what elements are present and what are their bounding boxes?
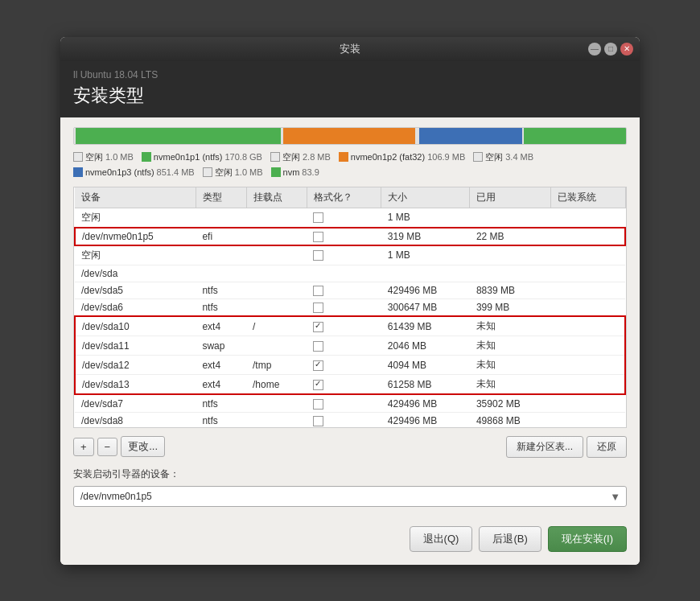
table-row[interactable]: /dev/sda7ntfs429496 MB35902 MB	[75, 394, 625, 412]
cell-installed	[551, 228, 626, 245]
legend-free2: 空闲 2.8 MB	[270, 151, 331, 163]
table-row[interactable]: /dev/sda6ntfs300647 MB399 MB	[75, 299, 625, 317]
cell-type: ntfs	[196, 412, 246, 427]
table-row[interactable]: /dev/sda5ntfs429496 MB8839 MB	[75, 282, 625, 298]
cell-format[interactable]	[307, 299, 381, 317]
cell-format[interactable]	[307, 316, 381, 336]
legend-label-free2: 空闲	[282, 151, 300, 163]
header-title: 安装类型	[73, 84, 627, 108]
cell-format[interactable]	[307, 228, 381, 245]
cell-format[interactable]	[307, 394, 381, 412]
legend-nvmr: nvm 83.9	[271, 167, 319, 179]
maximize-button[interactable]: □	[604, 43, 617, 56]
table-row[interactable]: /dev/sda13ext4/home61258 MB未知	[75, 375, 625, 395]
cell-installed	[551, 412, 626, 427]
cell-format[interactable]	[307, 356, 381, 375]
table-row[interactable]: /dev/sda11swap2046 MB未知	[75, 336, 625, 356]
bootloader-select[interactable]: /dev/nvme0n1p5 /dev/sda /dev/nvme0n1	[73, 486, 627, 507]
partition-bar	[73, 127, 627, 145]
cell-size: 2046 MB	[381, 336, 470, 356]
cell-installed	[551, 316, 626, 336]
cell-device: /dev/sda10	[75, 316, 196, 336]
format-checkbox[interactable]	[313, 250, 323, 261]
cell-type: ntfs	[196, 299, 246, 317]
cell-installed	[551, 394, 626, 412]
cell-type: ntfs	[196, 282, 246, 298]
legend-sub-nvme0n1p3: 851.4 MB	[157, 167, 195, 177]
table-row[interactable]: /dev/sda8ntfs429496 MB49868 MB	[75, 412, 625, 427]
pb-nvme0n1p2	[283, 128, 415, 144]
format-checkbox[interactable]	[313, 416, 323, 426]
format-checkbox[interactable]	[313, 322, 323, 332]
cell-format[interactable]	[307, 245, 381, 266]
quit-button[interactable]: 退出(Q)	[410, 526, 473, 552]
cell-mount: /home	[246, 375, 307, 395]
cell-size: 319 MB	[381, 228, 470, 245]
format-checkbox[interactable]	[313, 303, 323, 313]
cell-format[interactable]	[307, 265, 381, 282]
cell-mount	[246, 412, 307, 427]
back-button[interactable]: 后退(B)	[479, 526, 541, 552]
legend-color-nvme0n1p2	[339, 152, 348, 162]
legend-label-free3: 空闲	[485, 151, 503, 163]
col-installed: 已装系统	[551, 187, 626, 208]
install-button[interactable]: 现在安装(I)	[548, 526, 627, 552]
table-row[interactable]: /dev/nvme0n1p5efi319 MB22 MB	[75, 228, 625, 245]
cell-installed	[551, 336, 626, 356]
table-row[interactable]: 空闲1 MB	[75, 245, 625, 266]
cell-device: /dev/sda13	[75, 375, 196, 395]
legend-sub-free4: 1.0 MB	[235, 167, 263, 177]
table-row[interactable]: /dev/sda	[75, 265, 625, 282]
cell-type	[196, 245, 246, 266]
close-button[interactable]: ✕	[620, 43, 633, 56]
legend-label-nvme0n1p1: nvme0n1p1 (ntfs)	[154, 152, 223, 162]
cell-installed	[551, 208, 626, 228]
cell-format[interactable]	[307, 375, 381, 395]
main-content: 空闲 1.0 MB nvme0n1p1 (ntfs) 170.8 GB 空闲 2…	[60, 117, 640, 565]
format-checkbox[interactable]	[313, 341, 323, 352]
cell-used	[470, 208, 551, 228]
format-checkbox[interactable]	[313, 360, 323, 371]
legend-color-nvme0n1p3	[73, 167, 83, 177]
cell-size: 61439 MB	[381, 316, 470, 336]
cell-size: 1 MB	[381, 208, 470, 228]
table-row[interactable]: /dev/sda12ext4/tmp4094 MB未知	[75, 356, 625, 375]
window-title: 安装	[340, 42, 360, 56]
restore-button[interactable]: 还原	[587, 436, 627, 458]
legend-label-free1: 空闲	[85, 151, 103, 163]
format-checkbox[interactable]	[313, 286, 323, 296]
legend-color-nvme0n1p1	[142, 152, 151, 162]
col-used: 已用	[470, 187, 551, 208]
format-checkbox[interactable]	[313, 232, 323, 242]
cell-type: efi	[196, 228, 246, 245]
new-partition-table-button[interactable]: 新建分区表...	[506, 436, 583, 458]
legend-sub-free2: 2.8 MB	[303, 152, 331, 162]
legend-label-nvmr: nvm	[283, 167, 300, 177]
format-checkbox[interactable]	[313, 212, 323, 223]
minimize-button[interactable]: —	[588, 43, 601, 56]
legend-label-nvme0n1p3: nvme0n1p3 (ntfs)	[85, 167, 154, 177]
add-partition-button[interactable]: +	[73, 438, 94, 456]
table-row[interactable]: 空闲1 MB	[75, 208, 625, 228]
table-row[interactable]: /dev/sda10ext4/61439 MB未知	[75, 316, 625, 336]
partition-table-container[interactable]: 设备 类型 挂载点 格式化？ 大小 已用 已装系统 空闲1 MB/dev/nvm…	[73, 187, 627, 428]
cell-type: ext4	[196, 316, 246, 336]
remove-partition-button[interactable]: −	[97, 438, 118, 456]
cell-type: ext4	[196, 375, 246, 395]
cell-installed	[551, 282, 626, 298]
cell-installed	[551, 356, 626, 375]
cell-size: 4094 MB	[381, 356, 470, 375]
main-window: 安装 — □ ✕ ll Ubuntu 18.04 LTS 安装类型 空闲	[60, 37, 640, 565]
cell-used: 未知	[470, 316, 551, 336]
edit-partition-button[interactable]: 更改...	[121, 436, 165, 457]
legend-color-free3	[473, 152, 483, 162]
cell-format[interactable]	[307, 208, 381, 228]
format-checkbox[interactable]	[313, 399, 323, 410]
format-checkbox[interactable]	[313, 380, 323, 390]
cell-format[interactable]	[307, 336, 381, 356]
cell-format[interactable]	[307, 282, 381, 298]
cell-mount: /tmp	[246, 356, 307, 375]
cell-format[interactable]	[307, 412, 381, 427]
table-header-row: 设备 类型 挂载点 格式化？ 大小 已用 已装系统	[75, 187, 625, 208]
header-subtitle: ll Ubuntu 18.04 LTS	[73, 69, 627, 80]
